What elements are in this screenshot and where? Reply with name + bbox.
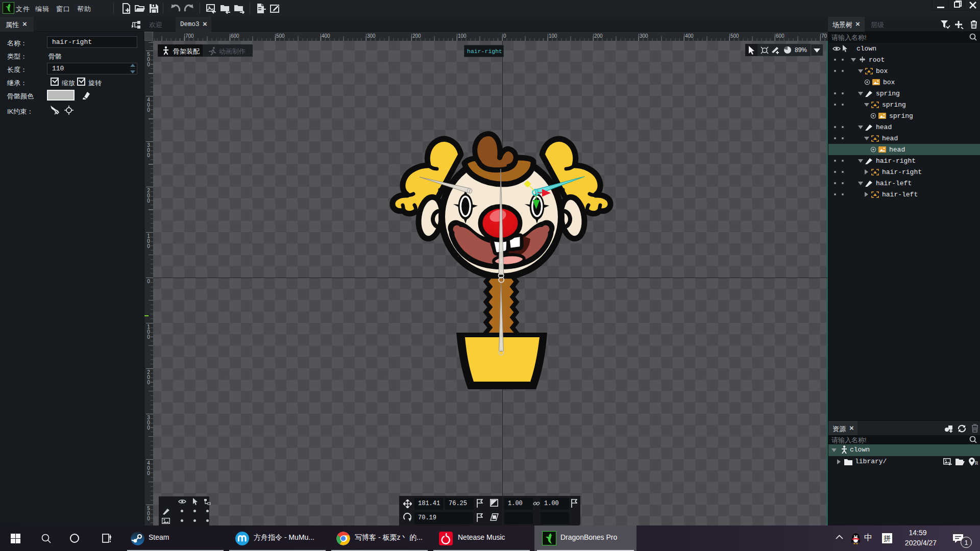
svg-text:R: R	[975, 460, 978, 466]
